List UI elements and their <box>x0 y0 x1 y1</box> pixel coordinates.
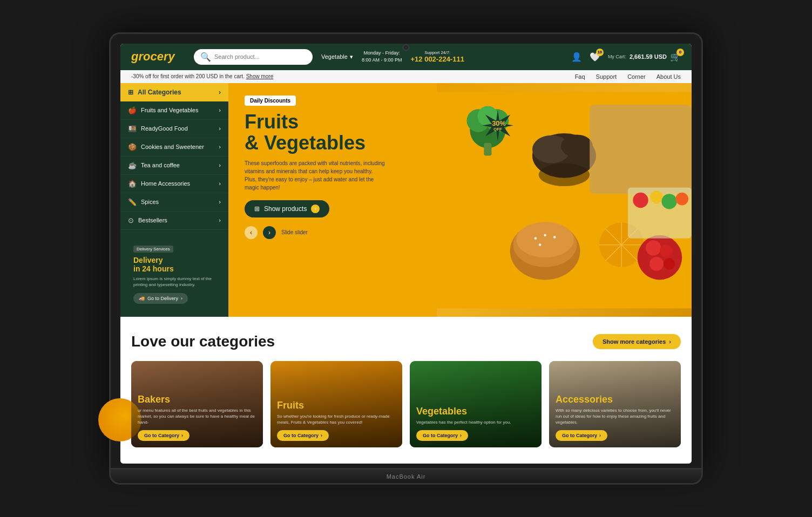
hero-description: These superfoods are packed with vital n… <box>245 159 385 192</box>
hours-label: Monday - Friday: <box>362 50 402 57</box>
chevron-right-icon: › <box>219 107 221 113</box>
bakers-content: Bakers ur menu features all of the best … <box>131 387 263 448</box>
cart-icon[interactable]: 🛒 0 <box>670 52 681 62</box>
chevron-right-icon: › <box>219 89 221 96</box>
home-label: Home Accessories <box>141 180 190 187</box>
nav-about[interactable]: About Us <box>657 73 681 80</box>
accessories-go-to-category-button[interactable]: Go to Category › <box>556 430 607 441</box>
bestsellers-label: Bestsellers <box>138 217 167 223</box>
header-actions: 👤 🤍 10 My Cart: 2,661.59 USD 🛒 0 <box>571 52 681 62</box>
delivery-title: Delivery in 24 hours <box>133 256 215 274</box>
sidebar-item-spices[interactable]: ✏️ Spices › <box>120 193 228 212</box>
fruits-label: Fruits and Vegetables <box>141 107 198 113</box>
slide-prev-button[interactable]: ‹ <box>245 226 258 239</box>
sidebar-item-bestsellers[interactable]: ⊙ Bestsellers › <box>120 212 228 230</box>
hero-section: -30% OFF Daily Discounts Fruits & Vegeta… <box>228 83 692 317</box>
delivery-btn-label: Go to Delivery <box>147 296 178 301</box>
slide-next-button[interactable]: › <box>263 226 276 239</box>
category-cards: Bakers ur menu features all of the best … <box>131 361 681 447</box>
support-label: Support 24/7: <box>410 50 464 55</box>
category-card-vegetables: Vegetables Vegetables has the perfect he… <box>410 361 542 447</box>
grid-icon: ⊞ <box>254 205 260 213</box>
vegetables-cat-name: Vegetables <box>416 406 535 417</box>
header-hours: Monday - Friday: 8:00 AM - 9:00 PM <box>362 50 402 63</box>
bestsellers-icon: ⊙ <box>128 216 134 225</box>
delivery-truck-icon: 🚚 <box>139 296 145 301</box>
search-bar[interactable]: 🔍 <box>194 49 313 65</box>
sidebar-item-home[interactable]: 🏠 Home Accessories › <box>120 175 228 193</box>
laptop-notch <box>403 44 409 51</box>
promo-body: for first order with 200 USD in the cart… <box>153 73 246 79</box>
home-icon: 🏠 <box>128 180 137 188</box>
show-more-link[interactable]: Show more <box>246 73 274 79</box>
promo-text: -30% off for first order with 200 USD in… <box>131 73 273 79</box>
accessories-cat-desc: With so many delicious varieties to choo… <box>556 407 674 426</box>
hours-value: 8:00 AM - 9:00 PM <box>362 57 402 64</box>
delivery-card: Delivery Services Delivery in 24 hours L… <box>126 235 223 312</box>
fruits-go-to-category-button[interactable]: Go to Category › <box>277 430 329 441</box>
logo: grocery <box>131 50 185 64</box>
hero-content: Daily Discounts Fruits & Vegetables Thes… <box>228 83 692 251</box>
accessories-btn-label: Go to Category <box>562 433 597 438</box>
sidebar-item-fruits[interactable]: 🍎 Fruits and Vegetables › <box>120 101 228 120</box>
fruits-cat-desc: So whether you're looking for fresh prod… <box>277 413 396 425</box>
dropdown-label: Vegetable <box>321 53 348 60</box>
sidebar-item-cookies[interactable]: 🍪 Cookies and Sweetener › <box>120 138 228 157</box>
cookies-label: Cookies and Sweetener <box>141 144 204 150</box>
discount-off: OFF <box>493 127 502 132</box>
categories-header: Love our categories Show more categories… <box>131 333 681 350</box>
delivery-text: Lorem ipsum is simply dummy text of the … <box>133 276 215 288</box>
nav-support[interactable]: Support <box>596 73 617 80</box>
show-more-label: Show more categories <box>603 338 666 345</box>
discount-percent: -30% <box>490 120 506 127</box>
top-nav: Faq Support Corner About Us <box>575 73 681 80</box>
fruits-cat-name: Fruits <box>277 400 396 411</box>
all-categories-button[interactable]: ⊞ All Categories › <box>120 83 228 101</box>
spices-label: Spices <box>141 199 159 205</box>
fruits-btn-label: Go to Category <box>283 433 319 438</box>
vegetables-go-to-category-button[interactable]: Go to Category › <box>416 430 468 441</box>
cart-badge: 0 <box>676 49 684 56</box>
my-cart[interactable]: My Cart: 2,661.59 USD 🛒 0 <box>608 52 681 62</box>
chevron-right-icon: › <box>219 199 221 205</box>
vegetables-cat-desc: Vegetables has the perfect healthy optio… <box>416 419 535 425</box>
wishlist-icon[interactable]: 🤍 10 <box>590 52 600 62</box>
delivery-title-line1: Delivery <box>133 256 163 264</box>
user-icon[interactable]: 👤 <box>571 52 582 62</box>
delivery-title-line2: in 24 hours <box>133 264 174 273</box>
promo-discount: -30% off <box>131 73 151 79</box>
sidebar-item-ready-food[interactable]: 🍱 ReadyGood Food › <box>120 120 228 138</box>
hero-title-line2: & Vegetables <box>245 132 366 154</box>
category-card-fruits: Fruits So whether you're looking for fre… <box>270 361 402 447</box>
bakers-go-to-category-button[interactable]: Go to Category › <box>138 430 190 441</box>
svg-point-20 <box>649 256 664 270</box>
chevron-down-icon: ▾ <box>350 53 353 60</box>
chevron-right-icon: › <box>219 125 221 132</box>
vegetables-content: Vegetables Vegetables has the perfect he… <box>410 399 542 447</box>
show-more-categories-button[interactable]: Show more categories › <box>593 334 681 349</box>
search-icon: 🔍 <box>200 52 211 62</box>
vegetable-dropdown[interactable]: Vegetable ▾ <box>321 53 353 60</box>
go-to-delivery-button[interactable]: 🚚 Go to Delivery › <box>133 293 188 304</box>
chevron-right-icon: › <box>219 217 221 223</box>
laptop-base: MacBook Air <box>109 470 703 485</box>
slide-controls: ‹ › Slide slider <box>245 226 675 239</box>
accessories-content: Accessories With so many delicious varie… <box>549 387 681 448</box>
laptop-screen: grocery 🔍 Vegetable ▾ Monday - Friday: 8… <box>109 32 703 470</box>
fruits-content: Fruits So whether you're looking for fre… <box>270 393 402 447</box>
categories-section: Love our categories Show more categories… <box>120 317 692 464</box>
nav-faq[interactable]: Faq <box>575 73 585 80</box>
laptop-model-label: MacBook Air <box>387 473 426 480</box>
arrow-right-icon: › <box>599 433 601 438</box>
tea-icon: ☕ <box>128 161 137 169</box>
fruits-icon: 🍎 <box>128 106 137 114</box>
nav-corner[interactable]: Corner <box>627 73 646 80</box>
chevron-right-icon: › <box>219 144 221 150</box>
sidebar-item-tea[interactable]: ☕ Tea and coffee › <box>120 157 228 175</box>
search-input[interactable] <box>214 53 306 60</box>
show-products-button[interactable]: ⊞ Show products › <box>245 200 329 217</box>
show-products-label: Show products <box>264 205 307 213</box>
chevron-right-icon: › <box>219 162 221 168</box>
arrow-right-icon: › <box>311 205 320 213</box>
hero-title: Fruits & Vegetables <box>245 111 675 154</box>
